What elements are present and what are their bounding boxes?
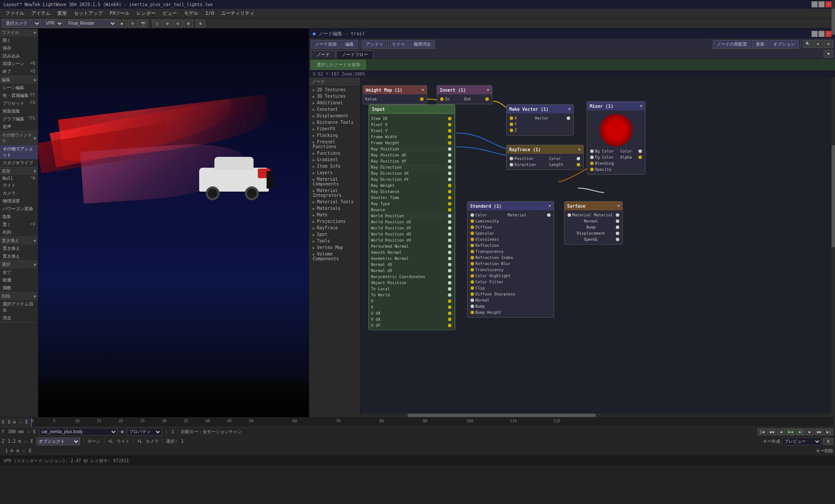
port-std-glossiness-in[interactable] [471,238,474,241]
menu-screen-edit[interactable]: 画面描集 [0,107,38,115]
port-world-pos-dx[interactable] [448,220,451,224]
node-weightmap-menu[interactable]: ▼ [422,88,424,92]
menu-add-camera[interactable]: カメラ [0,189,38,197]
menu-view[interactable]: ビュー [159,9,180,17]
node-cat-math[interactable]: Math [309,212,360,218]
node-cat-functions[interactable]: Functions [309,150,360,156]
menu-save[interactable]: 保存 [0,44,38,52]
port-std-material-out[interactable] [547,213,551,217]
node-weightmap[interactable]: Weight Map (1) ▼ Value [363,85,427,104]
port-world-position[interactable] [448,214,451,218]
port-std-luminosity-in[interactable] [471,219,474,223]
node-raytrace-menu[interactable]: ▼ [578,147,581,152]
btn-pause[interactable]: ⏸ [823,438,833,445]
node-fit-icon[interactable]: ⊡ [824,40,833,48]
port-std-color-highlight-in[interactable] [471,274,474,278]
viewport-canvas[interactable] [38,29,309,417]
port-ray-weight[interactable] [448,184,451,187]
port-item-id[interactable] [448,117,451,120]
port-value-out[interactable] [420,97,424,101]
node-surface-menu[interactable]: ▼ [618,204,620,208]
menu-replace2[interactable]: 置き換え [0,252,38,260]
camera-select[interactable]: 選択カメラ [2,19,41,28]
menu-fx[interactable]: FXツール [106,9,133,17]
port-std-bump-height-in[interactable] [471,311,474,314]
port-ray-dir-dx[interactable] [448,172,451,175]
menu-new-scene[interactable]: 現環シーン+N [0,60,38,68]
menu-io[interactable]: I/O [202,10,217,17]
port-std-translucency-in[interactable] [471,268,474,272]
node-cat-additional[interactable]: Additional [309,99,360,106]
node-input[interactable]: Input Item ID Pixel X Pixel Y Frame Widt… [368,104,455,330]
port-world-pos-dy[interactable] [448,226,451,230]
port-std-color-filter-in[interactable] [471,280,474,284]
node-cat-distance-tools[interactable]: Distance Tools [309,119,360,126]
node-cat-projections[interactable]: Projections [309,218,360,225]
port-mv-y-in[interactable] [510,123,513,126]
node-mixer-menu[interactable]: ▼ [640,104,642,108]
btn-go-start[interactable]: |◀ [758,428,766,435]
menu-delete-selected[interactable]: 選択アイテム消去 [0,300,38,314]
port-surf-normal-out[interactable] [616,219,619,223]
node-update-btn[interactable]: 更新 [752,40,768,49]
port-v[interactable] [448,305,451,309]
port-ray-distance[interactable] [448,190,451,193]
port-surf-material-out[interactable] [616,213,619,217]
node-cat-volume-components[interactable]: Volume Components [309,251,360,262]
port-out-out[interactable] [485,97,489,101]
port-std-refraction-index-in[interactable] [471,256,474,259]
menu-studio-live[interactable]: スタジオライブ [0,159,38,167]
port-frame-width[interactable] [448,135,451,139]
port-ray-pos-dy[interactable] [448,159,451,163]
port-ray-pos-dx[interactable] [448,153,451,157]
btn-next-key[interactable]: ▶▶ [815,428,824,435]
node-makevector-menu[interactable]: ▼ [568,107,571,111]
port-normal-dv[interactable] [448,269,451,272]
minimize-button[interactable]: — [812,1,818,7]
port-to-world[interactable] [448,293,451,297]
node-invert[interactable]: Invert (1) ▼ In Out [437,85,492,104]
port-mv-z-in[interactable] [510,129,513,132]
port-ray-position[interactable] [448,147,451,151]
property-select[interactable]: プロパティ [127,428,162,436]
node-list-scroll[interactable]: 2D Textures 3D Textures Additional Const… [309,86,360,417]
node-zoom-icon[interactable]: ⊕ [813,40,823,48]
node-canvas[interactable]: Weight Map (1) ▼ Value [361,77,835,417]
port-world-pos-dv[interactable] [448,239,451,242]
menu-item[interactable]: アイテム [28,9,54,17]
menu-select-dark[interactable]: 暗層 [0,276,38,284]
node-raytrace[interactable]: RayTrace (1) ▼ Position Color [506,145,584,170]
node-cat-tools[interactable]: Tools [309,238,360,244]
menu-model[interactable]: モデル [180,9,202,17]
port-std-diffuse-in[interactable] [471,225,474,229]
node-invert-menu[interactable]: ▼ [487,88,489,92]
close-button[interactable]: × [825,1,832,7]
port-object-position[interactable] [448,281,451,285]
node-undo-btn[interactable]: アンドゥ [362,40,387,49]
menu-scene-edit[interactable]: シーン編集 [0,84,38,92]
node-cat-materials[interactable]: Materials [309,205,360,212]
btn-prev-frame[interactable]: ◀ [777,428,785,435]
btn-go-end[interactable]: ▶| [825,428,833,435]
port-std-transparency-in[interactable] [471,250,474,253]
port-in-in[interactable] [440,97,444,101]
port-std-bump-in[interactable] [471,305,474,308]
port-mv-x-in[interactable] [510,116,513,120]
canvas-scrollbar-thumb-h[interactable] [407,414,596,417]
node-cat-material-components[interactable]: Material Components [309,176,360,187]
menu-add-physics[interactable]: 物理演算 [0,197,38,205]
port-rt-length-out[interactable] [577,163,580,166]
port-u-dy[interactable] [448,324,451,327]
node-standard[interactable]: Standard (1) ▼ Color Material [467,201,554,318]
settings-icon-btn[interactable]: ⚙ [128,20,137,27]
menu-delete[interactable]: 消去 [0,314,38,322]
item-select[interactable]: car_inertia_plus.body [39,428,117,436]
menu-preset[interactable]: プリセットF8 [0,99,38,107]
btn-play-rev[interactable]: ▶◀ [786,428,795,435]
node-cat-layers[interactable]: Layers [309,169,360,176]
menu-select-even[interactable]: 偶数 [0,284,38,292]
node-surface[interactable]: Surface ▼ Material Material Norma [564,201,623,245]
menu-file[interactable]: ファイル [2,9,28,17]
port-ray-type[interactable] [448,202,451,206]
render-select[interactable]: Final_Render [64,19,117,28]
